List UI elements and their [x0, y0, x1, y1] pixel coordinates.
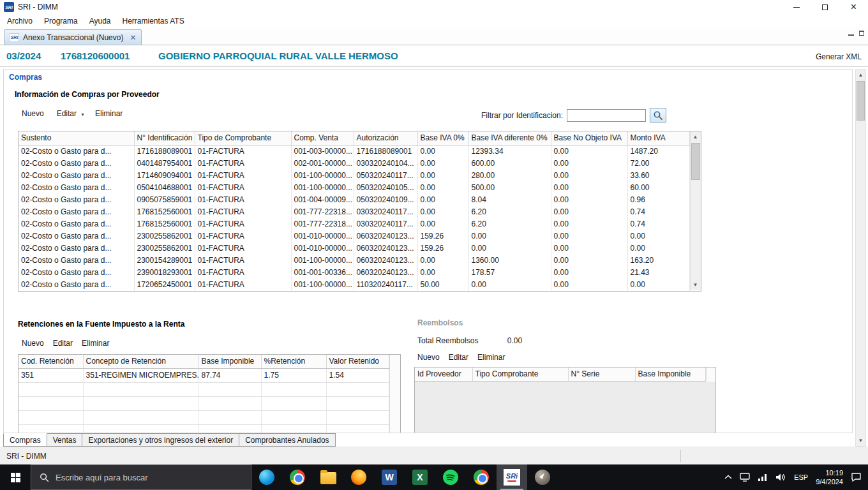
table-cell[interactable]: 001-001-00336... — [291, 267, 354, 279]
table-row[interactable]: 02-Costo o Gasto para d...17681525600010… — [19, 218, 689, 230]
table-cell[interactable]: 001-003-00000... — [291, 145, 354, 158]
table-cell[interactable]: 0.00 — [551, 182, 627, 194]
table-cell[interactable]: 060320240123... — [354, 267, 417, 279]
table-cell[interactable]: 01-FACTURA — [195, 170, 291, 182]
maximize-view-icon[interactable] — [859, 31, 864, 36]
table-cell[interactable]: 001-100-00000... — [291, 182, 354, 194]
table-cell[interactable]: 0.00 — [551, 279, 627, 291]
table-cell[interactable]: 01-FACTURA — [195, 194, 291, 206]
table-cell[interactable]: 0.74 — [627, 218, 689, 230]
table-cell[interactable]: 02-Costo o Gasto para d... — [19, 218, 134, 230]
table-cell[interactable]: 01-FACTURA — [195, 158, 291, 170]
taskbar-app-sri-dimm[interactable]: SRi — [497, 464, 527, 490]
editar-button[interactable]: Editar — [57, 109, 77, 118]
table-cell[interactable]: 0.00 — [551, 255, 627, 267]
table-cell[interactable]: 060320240123... — [354, 230, 417, 242]
table-cell[interactable]: 0401487954001 — [134, 158, 195, 170]
table-cell[interactable]: 0.00 — [627, 230, 689, 242]
eliminar-button[interactable]: Eliminar — [82, 339, 109, 348]
table-cell[interactable]: 02-Costo o Gasto para d... — [19, 279, 134, 291]
scroll-thumb[interactable] — [857, 81, 865, 121]
table-row[interactable]: 02-Costo o Gasto para d...23900182930010… — [19, 267, 689, 279]
table-cell[interactable]: 01-FACTURA — [195, 182, 291, 194]
taskbar-app-chrome-2[interactable] — [466, 464, 497, 490]
table-row[interactable]: 02-Costo o Gasto para d...17206524500010… — [19, 279, 689, 291]
table-cell[interactable]: 159.26 — [417, 230, 468, 242]
table-cell[interactable]: 01-FACTURA — [195, 267, 291, 279]
table-cell[interactable]: 1716188089001 — [134, 145, 195, 158]
table-cell[interactable]: 0.00 — [468, 230, 551, 242]
taskbar-app-word[interactable]: W — [374, 464, 405, 490]
table-cell[interactable]: 0905075859001 — [134, 194, 195, 206]
table-cell[interactable]: 0.00 — [417, 218, 468, 230]
table-row[interactable]: 02-Costo o Gasto para d...23001542890010… — [19, 255, 689, 267]
table-cell[interactable]: 02-Costo o Gasto para d... — [19, 170, 134, 182]
table-cell[interactable]: 21.43 — [627, 267, 689, 279]
table-cell[interactable]: 0.00 — [551, 145, 627, 158]
table-cell[interactable]: 0.00 — [551, 267, 627, 279]
table-cell[interactable]: 0.00 — [551, 242, 627, 255]
tab-exportaciones[interactable]: Exportaciones y otros ingresos del exter… — [82, 433, 239, 447]
table-row[interactable]: 02-Costo o Gasto para d...09050758590010… — [19, 194, 689, 206]
start-button[interactable] — [0, 464, 31, 490]
table-cell[interactable]: 01-FACTURA — [195, 218, 291, 230]
table-cell[interactable]: 0.00 — [417, 255, 468, 267]
language-indicator[interactable]: ESP — [794, 473, 808, 481]
tab-compras[interactable]: Compras — [3, 433, 47, 447]
editar-button[interactable]: Editar — [53, 339, 73, 348]
taskbar-app-gimp[interactable] — [527, 464, 558, 490]
table-cell[interactable]: 351-REGIMEN MICROEMPRES... — [83, 369, 198, 383]
editar-button[interactable]: Editar — [449, 353, 468, 362]
table-cell[interactable]: 6.20 — [468, 206, 551, 218]
table-cell[interactable]: 030320240117... — [354, 218, 417, 230]
taskbar-app-edge[interactable] — [251, 464, 282, 490]
chevron-down-icon[interactable]: ▼ — [80, 112, 85, 117]
menu-archivo[interactable]: Archivo — [1, 14, 38, 28]
table-cell[interactable]: 0.00 — [551, 230, 627, 242]
table-cell[interactable]: 01-FACTURA — [195, 242, 291, 255]
table-cell[interactable]: 6.20 — [468, 218, 551, 230]
table-row[interactable]: 02-Costo o Gasto para d...05041046880010… — [19, 182, 689, 194]
eliminar-button[interactable]: Eliminar — [477, 353, 505, 362]
table-cell[interactable]: 02-Costo o Gasto para d... — [19, 242, 134, 255]
table-cell[interactable]: 0.00 — [468, 242, 551, 255]
table-cell[interactable]: 001-777-22318... — [291, 218, 354, 230]
network-icon[interactable] — [758, 473, 768, 482]
table-cell[interactable]: 0.00 — [551, 206, 627, 218]
nuevo-button[interactable]: Nuevo — [22, 339, 44, 348]
scroll-down-icon[interactable]: ▼ — [691, 279, 701, 290]
column-header[interactable]: Cod. Retención — [19, 355, 83, 369]
minimize-view-icon[interactable] — [848, 34, 854, 36]
close-tab-icon[interactable]: ✕ — [130, 33, 136, 42]
menu-programa[interactable]: Programa — [38, 14, 84, 28]
table-cell[interactable]: 001-100-00000... — [291, 279, 354, 291]
table-cell[interactable]: 0.00 — [417, 158, 468, 170]
table-cell[interactable]: 0.00 — [627, 279, 689, 291]
table-cell[interactable]: 1720652450001 — [134, 279, 195, 291]
table-cell[interactable]: 001-010-00000... — [291, 242, 354, 255]
table-cell[interactable]: 001-004-00009... — [291, 194, 354, 206]
table-cell[interactable]: 02-Costo o Gasto para d... — [19, 182, 134, 194]
tab-comprobantes-anulados[interactable]: Comprobantes Anulados — [239, 433, 335, 447]
tab-ventas[interactable]: Ventas — [47, 433, 83, 447]
table-cell[interactable]: 87.74 — [198, 369, 261, 383]
table-cell[interactable]: 1487.20 — [627, 145, 689, 158]
scroll-down-icon[interactable]: ▼ — [856, 435, 865, 446]
action-center-icon[interactable] — [851, 472, 862, 482]
column-header[interactable]: Comp. Venta — [291, 131, 354, 145]
menu-ayuda[interactable]: Ayuda — [84, 14, 117, 28]
table-cell[interactable]: 0.00 — [551, 158, 627, 170]
close-button[interactable]: × — [839, 0, 868, 14]
table-cell[interactable]: 0.74 — [627, 206, 689, 218]
table-cell[interactable]: 600.00 — [468, 158, 551, 170]
filter-input[interactable] — [567, 109, 646, 122]
table-cell[interactable]: 01-FACTURA — [195, 230, 291, 242]
table-cell[interactable]: 1714609094001 — [134, 170, 195, 182]
table-cell[interactable]: 1768152560001 — [134, 206, 195, 218]
table-cell[interactable]: 0.00 — [417, 182, 468, 194]
column-header[interactable]: Valor Retenido — [326, 355, 389, 369]
table-cell[interactable]: 0.00 — [417, 170, 468, 182]
table-cell[interactable]: 001-100-00000... — [291, 255, 354, 267]
table-cell[interactable]: 0.00 — [551, 194, 627, 206]
table-row[interactable]: 02-Costo o Gasto para d...17146090940010… — [19, 170, 689, 182]
